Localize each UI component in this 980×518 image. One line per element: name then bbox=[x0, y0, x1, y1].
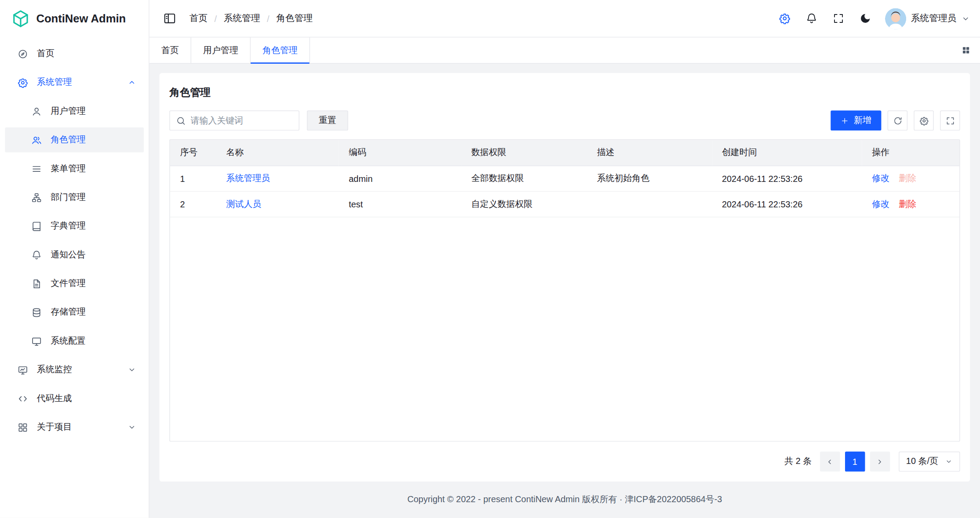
sidebar-item-code-generation[interactable]: 代码生成 bbox=[5, 386, 144, 411]
gear-icon bbox=[18, 77, 28, 88]
table-fullscreen-button[interactable] bbox=[940, 111, 960, 130]
settings-icon bbox=[779, 12, 791, 24]
app-logo[interactable]: ContiNew Admin bbox=[0, 0, 149, 37]
sidebar-item-label: 文件管理 bbox=[51, 278, 136, 290]
page-1-button[interactable]: 1 bbox=[845, 452, 864, 471]
add-button[interactable]: 新增 bbox=[831, 111, 881, 130]
page-size-value: 10 条/页 bbox=[906, 456, 938, 467]
sidebar-item-label: 关于项目 bbox=[37, 422, 119, 433]
sidebar-item-user-management[interactable]: 用户管理 bbox=[5, 99, 144, 124]
tab-actions-button[interactable] bbox=[951, 37, 980, 63]
sidebar-item-menu-management[interactable]: 菜单管理 bbox=[5, 156, 144, 181]
theme-toggle-button[interactable] bbox=[855, 8, 876, 29]
sidebar-item-label: 系统监控 bbox=[37, 364, 119, 376]
chevron-down-icon bbox=[128, 366, 136, 374]
column-header-desc: 描述 bbox=[587, 140, 712, 165]
avatar bbox=[885, 8, 906, 29]
search-icon bbox=[176, 116, 186, 125]
breadcrumb-item-role[interactable]: 角色管理 bbox=[276, 12, 312, 24]
chevron-down-icon bbox=[961, 14, 970, 23]
sidebar-item-role-management[interactable]: 角色管理 bbox=[5, 127, 144, 152]
search-box bbox=[169, 111, 299, 130]
book-icon bbox=[31, 221, 42, 232]
breadcrumb-separator: / bbox=[215, 14, 217, 24]
refresh-button[interactable] bbox=[888, 111, 907, 130]
bell-icon bbox=[31, 250, 42, 260]
cell-no: 2 bbox=[170, 191, 216, 217]
sidebar-item-label: 菜单管理 bbox=[51, 163, 136, 174]
table-row: 2 测试人员 test 自定义数据权限 2024-06-11 22:53:26 … bbox=[170, 191, 959, 217]
sidebar-item-dictionary-management[interactable]: 字典管理 bbox=[5, 214, 144, 239]
sidebar-item-system-monitor[interactable]: 系统监控 bbox=[5, 357, 144, 382]
sidebar-item-notice[interactable]: 通知公告 bbox=[5, 243, 144, 268]
copyright-text: Copyright © 2022 - present ContiNew Admi… bbox=[407, 494, 722, 505]
column-settings-button[interactable] bbox=[914, 111, 933, 130]
column-header-scope: 数据权限 bbox=[461, 140, 587, 165]
sidebar-item-system-config[interactable]: 系统配置 bbox=[5, 329, 144, 354]
sidebar-item-label: 系统管理 bbox=[37, 77, 119, 88]
pagination-total: 共 2 条 bbox=[784, 456, 812, 467]
monitor-icon bbox=[31, 336, 42, 346]
topbar: 首页 / 系统管理 / 角色管理 bbox=[149, 0, 980, 37]
role-name-link[interactable]: 系统管理员 bbox=[226, 173, 270, 183]
tab-user-management[interactable]: 用户管理 bbox=[191, 37, 251, 63]
bell-icon bbox=[805, 12, 817, 24]
breadcrumb: 首页 / 系统管理 / 角色管理 bbox=[189, 12, 313, 24]
chevron-down-icon bbox=[128, 423, 136, 431]
next-page-button[interactable] bbox=[870, 452, 889, 471]
chevron-down-icon bbox=[945, 458, 952, 465]
app-logo-icon bbox=[11, 9, 30, 28]
content-area: 角色管理 重置 新增 bbox=[149, 64, 980, 518]
expand-icon bbox=[945, 116, 954, 125]
sidebar-item-label: 通知公告 bbox=[51, 249, 136, 261]
breadcrumb-item-home[interactable]: 首页 bbox=[189, 12, 208, 24]
settings-button[interactable] bbox=[774, 8, 795, 29]
delete-link[interactable]: 删除 bbox=[899, 198, 916, 208]
breadcrumb-item-system[interactable]: 系统管理 bbox=[224, 12, 260, 24]
user-menu[interactable]: 系统管理员 bbox=[885, 8, 970, 29]
reset-button[interactable]: 重置 bbox=[307, 111, 348, 130]
sidebar-item-home[interactable]: 首页 bbox=[5, 41, 144, 66]
column-header-no: 序号 bbox=[170, 140, 216, 165]
breadcrumb-separator: / bbox=[267, 14, 270, 24]
sidebar-item-department-management[interactable]: 部门管理 bbox=[5, 185, 144, 210]
column-header-actions: 操作 bbox=[862, 140, 959, 165]
cell-scope: 自定义数据权限 bbox=[461, 191, 587, 217]
search-input[interactable] bbox=[191, 116, 293, 126]
tab-label: 角色管理 bbox=[262, 45, 298, 56]
database-icon bbox=[31, 307, 42, 318]
user-icon bbox=[31, 106, 42, 116]
sidebar-item-storage-management[interactable]: 存储管理 bbox=[5, 300, 144, 325]
sidebar-item-file-management[interactable]: 文件管理 bbox=[5, 271, 144, 296]
chevron-right-icon bbox=[876, 457, 884, 465]
table-toolbar: 重置 新增 bbox=[169, 111, 960, 130]
table-header-row: 序号 名称 编码 数据权限 描述 创建时间 操作 bbox=[170, 140, 959, 165]
tab-home[interactable]: 首页 bbox=[149, 37, 191, 63]
main-column: 首页 / 系统管理 / 角色管理 bbox=[149, 0, 980, 518]
sidebar-item-system-management[interactable]: 系统管理 bbox=[5, 70, 144, 95]
tab-role-management[interactable]: 角色管理 bbox=[251, 37, 310, 63]
chevron-up-icon bbox=[128, 78, 136, 87]
pagination: 共 2 条 1 10 条/页 bbox=[169, 442, 960, 471]
page-title: 角色管理 bbox=[169, 86, 960, 99]
notifications-button[interactable] bbox=[801, 8, 822, 29]
monitor-chart-icon bbox=[18, 365, 28, 375]
sidebar-toggle-button[interactable] bbox=[160, 10, 178, 27]
tab-bar: 首页 用户管理 角色管理 bbox=[149, 37, 980, 64]
role-name-link[interactable]: 测试人员 bbox=[226, 198, 262, 208]
page-size-select[interactable]: 10 条/页 bbox=[899, 452, 960, 471]
edit-link[interactable]: 修改 bbox=[872, 198, 889, 208]
code-icon bbox=[18, 393, 28, 404]
org-tree-icon bbox=[31, 192, 42, 203]
sidebar-item-label: 用户管理 bbox=[51, 105, 136, 117]
plus-icon bbox=[841, 116, 849, 124]
fullscreen-button[interactable] bbox=[828, 8, 849, 29]
edit-link[interactable]: 修改 bbox=[872, 173, 889, 183]
prev-page-button[interactable] bbox=[820, 452, 840, 471]
sidebar-item-about-project[interactable]: 关于项目 bbox=[5, 415, 144, 440]
sidebar-item-label: 系统配置 bbox=[51, 335, 136, 347]
sidebar-item-label: 首页 bbox=[37, 48, 136, 59]
cell-created: 2024-06-11 22:53:26 bbox=[712, 166, 862, 191]
gear-icon bbox=[919, 116, 928, 125]
column-header-code: 编码 bbox=[339, 140, 462, 165]
